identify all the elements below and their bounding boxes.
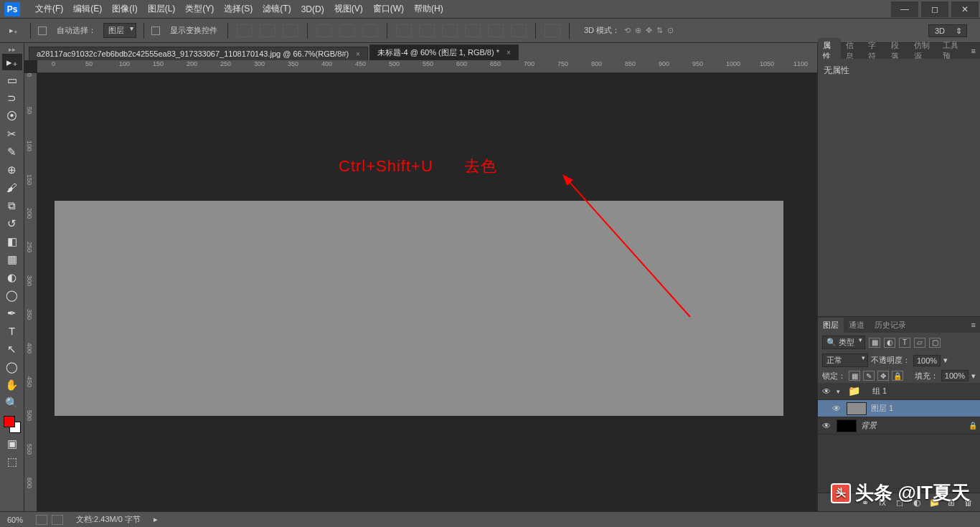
menu-help[interactable]: 帮助(H) [409,3,448,15]
layer-thumbnail[interactable] [847,402,867,415]
pen-tool[interactable]: ✒ [2,305,22,321]
menu-window[interactable]: 窗口(W) [368,3,409,15]
vertical-ruler[interactable]: 0501001502002503003504004505005506006507… [24,73,37,511]
distribute-icon[interactable] [488,24,504,37]
status-icon[interactable] [36,515,47,525]
move-tool[interactable]: ▸₊ [2,54,22,70]
window-minimize[interactable]: — [891,1,918,17]
3d-pan-icon[interactable]: ✥ [646,26,652,35]
distribute-icon[interactable] [442,24,458,37]
shape-tool[interactable]: ◯ [2,359,22,375]
hand-tool[interactable]: ✋ [2,376,22,393]
menu-filter[interactable]: 滤镜(T) [258,3,296,15]
type-tool[interactable]: T [2,323,22,339]
dodge-tool[interactable]: ◯ [2,287,22,303]
menu-3d[interactable]: 3D(D) [296,4,329,14]
lock-position-icon[interactable]: ✥ [877,371,889,381]
crop-tool[interactable]: ✂ [2,125,22,142]
gradient-tool[interactable]: ▦ [2,251,22,267]
horizontal-ruler[interactable]: 0501001502002503003504004505005506006507… [37,60,817,73]
distribute-icon[interactable] [511,24,527,37]
visibility-icon[interactable]: 👁 [821,386,832,397]
menu-layer[interactable]: 图层(L) [143,3,181,15]
filter-smart-icon[interactable]: ▢ [929,338,941,348]
filter-shape-icon[interactable]: ▱ [914,338,925,348]
menu-image[interactable]: 图像(I) [107,3,142,15]
quickmask-tool[interactable]: ▣ [2,435,22,452]
lock-pixels-icon[interactable]: ▦ [849,371,860,381]
auto-select-checkbox[interactable] [38,27,47,35]
doc-info-menu-icon[interactable]: ▸ [154,515,158,524]
marquee-tool[interactable]: ▭ [2,72,22,88]
workspace-select[interactable]: 3D [928,24,967,37]
color-swatches[interactable] [2,414,22,435]
panel-menu-icon[interactable]: ≡ [967,321,980,329]
move-tool-icon[interactable]: ▸₊ [4,23,23,39]
brush-tool[interactable]: 🖌 [2,179,22,196]
show-transform-checkbox[interactable] [151,27,160,35]
lock-brush-icon[interactable]: ✎ [863,371,875,381]
menu-select[interactable]: 选择(S) [219,3,258,15]
stamp-tool[interactable]: ⧉ [2,197,22,214]
menu-view[interactable]: 视图(V) [329,3,368,15]
window-close[interactable]: ✕ [951,1,979,17]
document-info[interactable]: 文档:2.43M/0 字节 [76,514,141,525]
layer-item[interactable]: 👁 图层 1 [818,400,980,417]
menu-edit[interactable]: 编辑(E) [68,3,107,15]
toolbar-expand[interactable]: ▸▸ [1,46,23,53]
blur-tool[interactable]: ◐ [2,269,22,285]
distribute-icon[interactable] [419,24,435,37]
align-icon[interactable] [339,24,355,37]
history-brush-tool[interactable]: ↺ [2,215,22,232]
layer-group[interactable]: 👁 ▾ 📁 组 1 [818,383,980,400]
lasso-tool[interactable]: ⊃ [2,90,22,106]
layer-background[interactable]: 👁 背景 🔒 [818,417,980,435]
distribute-icon[interactable] [396,24,412,37]
auto-select-target[interactable]: 图层 [103,23,136,38]
layer-thumbnail[interactable] [837,419,857,432]
document-tab[interactable]: 未标题-4 @ 60% (图层 1, RGB/8) *× [369,44,519,60]
tab-layers[interactable]: 图层 [818,318,844,333]
align-icon[interactable] [362,24,378,37]
heal-tool[interactable]: ⊕ [2,161,22,178]
zoom-value[interactable]: 60% [7,516,23,524]
group-toggle-icon[interactable]: ▾ [837,388,844,395]
visibility-icon[interactable]: 👁 [821,421,832,431]
eyedropper-tool[interactable]: ✎ [2,143,22,160]
align-icon[interactable] [316,24,332,37]
fill-value[interactable]: 100% [941,370,969,381]
3d-zoom-icon[interactable]: ⊙ [667,26,674,35]
close-icon[interactable]: × [507,49,511,57]
layer-filter-select[interactable]: 🔍 类型 [822,336,865,349]
window-maximize[interactable]: ◻ [921,1,948,17]
panel-menu-icon[interactable]: ≡ [967,47,980,55]
screenmode-tool[interactable]: ⬚ [2,453,22,470]
close-icon[interactable]: × [356,50,360,58]
distribute-icon[interactable] [465,24,481,37]
path-select-tool[interactable]: ↖ [2,341,22,357]
auto-align-icon[interactable] [545,24,560,37]
document-tab[interactable]: a28117ac91032c7eb6bdb2c42555ea83_9173330… [29,47,368,60]
align-icon[interactable] [260,24,275,37]
filter-type-icon[interactable]: T [899,338,910,348]
tab-history[interactable]: 历史记录 [870,318,911,333]
menu-type[interactable]: 类型(Y) [180,3,219,15]
visibility-icon[interactable]: 👁 [831,404,842,414]
quick-select-tool[interactable]: ⦿ [2,108,22,124]
3d-slide-icon[interactable]: ⇅ [656,26,663,35]
eraser-tool[interactable]: ◧ [2,233,22,250]
3d-orbit-icon[interactable]: ⟲ [624,26,631,35]
tab-channels[interactable]: 通道 [844,318,870,333]
opacity-value[interactable]: 100% [913,355,941,366]
status-icon[interactable] [52,515,63,525]
foreground-swatch[interactable] [4,416,15,427]
lock-all-icon[interactable]: 🔒 [892,371,903,381]
filter-image-icon[interactable]: ▦ [869,338,880,348]
zoom-tool[interactable]: 🔍 [2,394,22,411]
align-icon[interactable] [237,24,253,37]
filter-adjust-icon[interactable]: ◐ [884,338,895,348]
blend-mode-select[interactable]: 正常 [822,353,868,367]
menu-file[interactable]: 文件(F) [30,3,68,15]
3d-roll-icon[interactable]: ⊕ [635,26,641,35]
align-icon[interactable] [283,24,298,37]
